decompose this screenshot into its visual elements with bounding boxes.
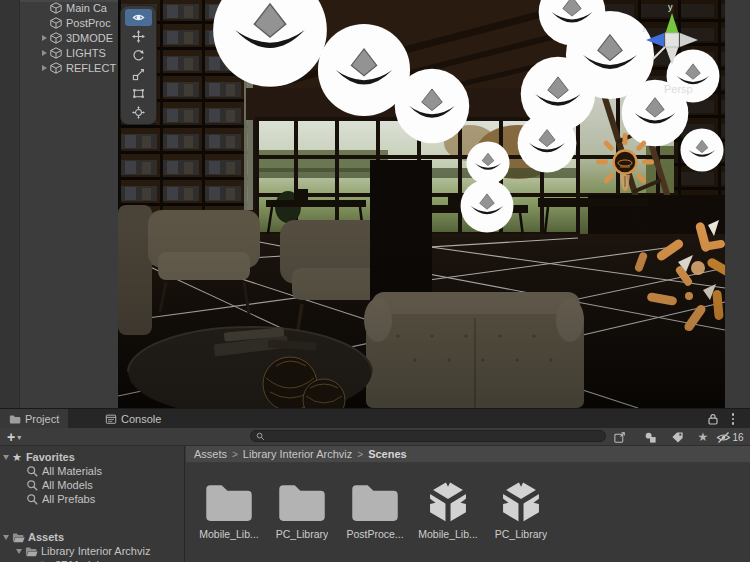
foldout-spacer — [38, 15, 50, 30]
breadcrumb-separator: > — [357, 449, 363, 460]
foldout-arrow-icon[interactable] — [38, 60, 50, 75]
scene-view-area: y z Persp Main Ca Po — [0, 0, 750, 408]
folder-icon — [349, 481, 401, 525]
gameobject-cube-icon — [50, 47, 62, 59]
hierarchy-item-label: LIGHTS — [66, 47, 106, 59]
gameobject-cube-icon — [50, 17, 62, 29]
tree-assets[interactable]: Assets — [0, 530, 184, 544]
hierarchy-item-3dmodels[interactable]: 3DMODE — [0, 30, 118, 45]
transform-icon — [132, 106, 145, 119]
tag-icon — [671, 431, 684, 444]
unity-editor-window: y z Persp Main Ca Po — [0, 0, 750, 582]
breadcrumb-assets[interactable]: Assets — [194, 448, 227, 460]
folder-open-icon — [25, 545, 38, 558]
view-tool-button[interactable] — [121, 8, 156, 27]
caret-down-icon: ▾ — [17, 433, 21, 442]
folder-icon — [9, 413, 21, 425]
hierarchy-item-lights[interactable]: LIGHTS — [0, 45, 118, 60]
search-icon — [26, 493, 39, 506]
foldout-arrow-icon[interactable] — [38, 45, 50, 60]
asset-folder-pc-library[interactable]: PC_Library — [269, 473, 335, 563]
search-input[interactable] — [265, 431, 573, 441]
filter-by-label-button[interactable] — [668, 429, 686, 445]
search-in-button[interactable] — [610, 429, 628, 445]
foldout-arrow-icon[interactable] — [0, 530, 12, 545]
folder-icon — [203, 481, 255, 525]
star-icon: ★ — [12, 451, 22, 464]
gizmo-center-cube[interactable] — [665, 33, 679, 47]
tab-console[interactable]: Console — [96, 409, 170, 428]
hierarchy-panel: Main Ca PostProc 3DMODE LIGHTS REFLECT — [0, 0, 118, 408]
scene-tools-overlay — [120, 5, 157, 125]
gameobject-cube-icon — [50, 2, 62, 14]
asset-folder-postprocess[interactable]: PostProce... — [342, 473, 408, 563]
hierarchy-item-label: 3DMODE — [66, 32, 113, 44]
eye-slash-icon — [716, 431, 731, 444]
foldout-arrow-icon[interactable] — [0, 450, 12, 465]
tree-favorites[interactable]: ★ Favorites — [0, 450, 184, 464]
project-content: ★ Favorites All Materials All Models All… — [0, 446, 750, 563]
breadcrumb: Assets > Library Interior Archviz > Scen… — [186, 446, 750, 463]
more-menu-icon[interactable] — [726, 412, 740, 426]
hierarchy-item-main-camera[interactable]: Main Ca — [0, 0, 118, 15]
create-add-button[interactable]: + ▾ — [4, 428, 24, 445]
hierarchy-item-postprocess[interactable]: PostProc — [0, 15, 118, 30]
folder-open-icon — [12, 531, 25, 544]
breadcrumb-separator: > — [232, 449, 238, 460]
asset-scene-mobile-library[interactable]: Mobile_Lib... — [415, 473, 481, 563]
unity-scene-icon — [498, 479, 544, 525]
axis-z-label: z — [642, 25, 646, 34]
breadcrumb-scenes[interactable]: Scenes — [368, 448, 407, 460]
scene-view[interactable]: y z Persp — [118, 0, 725, 408]
scale-tool-button[interactable] — [121, 65, 156, 84]
hidden-items-counter[interactable]: 16 — [713, 429, 747, 445]
tab-project[interactable]: Project — [0, 409, 68, 428]
search-field[interactable] — [250, 430, 606, 442]
tree-all-prefabs[interactable]: All Prefabs — [0, 492, 184, 506]
hierarchy-item-label: REFLECT — [66, 62, 116, 74]
favorites-filter-button[interactable]: ★ — [694, 429, 712, 445]
tree-all-materials[interactable]: All Materials — [0, 464, 184, 478]
open-search-window-icon — [613, 431, 626, 444]
hierarchy-item-label: Main Ca — [66, 2, 107, 14]
eye-icon — [132, 11, 145, 24]
project-folder-tree: ★ Favorites All Materials All Models All… — [0, 446, 185, 563]
axis-y-label: y — [668, 2, 673, 12]
foldout-spacer — [38, 0, 50, 15]
projection-label[interactable]: Persp — [664, 83, 693, 95]
folder-icon — [276, 481, 328, 525]
move-tool-button[interactable] — [121, 27, 156, 46]
type-shapes-icon — [644, 431, 657, 444]
transform-tool-button[interactable] — [121, 103, 156, 122]
console-icon — [105, 413, 117, 425]
move-icon — [132, 30, 145, 43]
vignette — [118, 0, 725, 408]
filter-by-type-button[interactable] — [641, 429, 659, 445]
panel-tab-bar: Project Console — [0, 409, 750, 428]
tree-all-models[interactable]: All Models — [0, 478, 184, 492]
gameobject-cube-icon — [50, 62, 62, 74]
scale-icon — [132, 68, 145, 81]
gameobject-cube-icon — [50, 32, 62, 44]
foldout-arrow-icon[interactable] — [13, 544, 25, 559]
asset-folder-mobile-library[interactable]: Mobile_Lib... — [196, 473, 262, 563]
page-background-strip — [0, 562, 750, 582]
project-panel: Project Console + ▾ — [0, 408, 750, 562]
foldout-arrow-icon[interactable] — [38, 30, 50, 45]
search-icon — [26, 465, 39, 478]
rect-tool-button[interactable] — [121, 84, 156, 103]
project-toolbar: + ▾ — [0, 428, 750, 446]
hierarchy-item-reflection[interactable]: REFLECT — [0, 60, 118, 75]
search-icon — [26, 479, 39, 492]
search-icon — [256, 432, 265, 441]
lock-icon[interactable] — [706, 412, 720, 426]
unity-scene-icon — [425, 479, 471, 525]
star-icon: ★ — [698, 430, 709, 444]
breadcrumb-library[interactable]: Library Interior Archviz — [243, 448, 352, 460]
rotate-tool-button[interactable] — [121, 46, 156, 65]
asset-grid: Mobile_Lib... PC_Library PostProce... Mo… — [186, 463, 750, 563]
tree-library-interior-archviz[interactable]: Library Interior Archviz — [0, 544, 184, 558]
rect-tool-icon — [132, 87, 145, 100]
hierarchy-item-label: PostProc — [66, 17, 111, 29]
asset-scene-pc-library[interactable]: PC_Library — [488, 473, 554, 563]
